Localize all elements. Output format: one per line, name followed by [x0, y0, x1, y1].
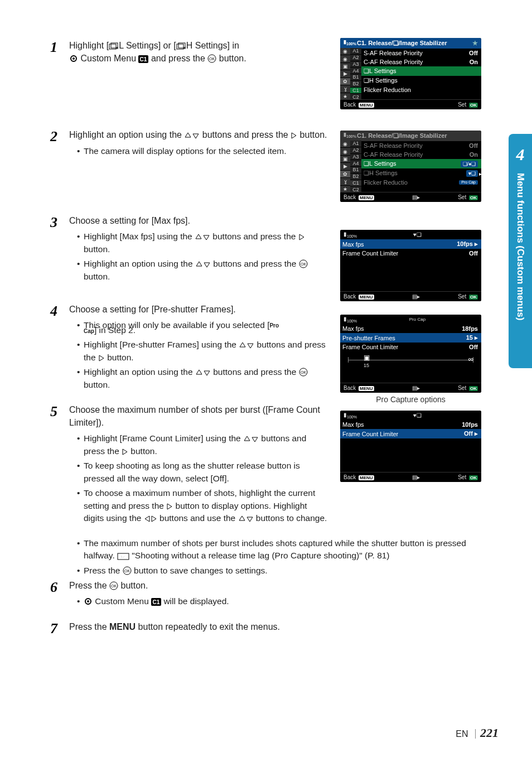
sequential-icon: ▣: [364, 354, 370, 361]
step-number: 3: [50, 214, 69, 285]
step-2-text: Highlight an option using the buttons an…: [69, 128, 329, 141]
sub-tab: C1: [350, 180, 361, 187]
menu-row: Flicker Reduction: [361, 85, 481, 94]
menu-screenshot-5: ▮100% ♥❏ Max fps10fps Frame Count Limite…: [340, 411, 481, 482]
step-4-text: Choose a setting for [Pre-shutter Frames…: [69, 303, 329, 316]
step-number: 1: [50, 39, 69, 68]
step-5-bullet-4: The maximum number of shots per burst in…: [77, 537, 499, 562]
right-icon: [298, 233, 305, 241]
step-5-bullet-2: To keep shooting as long as the shutter …: [77, 460, 329, 485]
sub-tab: A2: [350, 147, 361, 154]
video-tab-icon: ▣: [340, 63, 350, 70]
svg-text:OK: OK: [301, 370, 306, 374]
menu-row-selected: Pre-shutter Frames15 ▸: [340, 333, 481, 343]
step-3-bullet-1: Highlight [Max fps] using the buttons an…: [77, 230, 329, 255]
ok-button-icon: OK: [299, 368, 308, 377]
star-icon: ★: [472, 40, 478, 47]
svg-point-46: [87, 600, 89, 602]
step-4-bullet-3: Highlight an option using the buttons an…: [77, 366, 329, 391]
gear-icon: [84, 597, 93, 606]
playback-tab-icon: ▶: [340, 163, 350, 170]
menu-sub-tabs: A1 A2 A3 A4 B1 B2 C1 C2: [350, 141, 361, 193]
sequential-low-icon: [109, 42, 119, 50]
menu-footer: Back MENU ▤▸ Set OK: [340, 291, 481, 301]
svg-marker-20: [196, 262, 202, 266]
step-5-bullet-5: Press the OK button to save changes to s…: [77, 565, 499, 577]
ok-button-icon: OK: [207, 54, 216, 63]
ok-button-icon: OK: [109, 581, 118, 590]
svg-marker-31: [244, 436, 250, 441]
c1-tab-icon: C1: [151, 598, 161, 606]
menu-row: Max fps18fps: [340, 324, 481, 333]
up-down-icon: [195, 369, 211, 377]
menu-screenshot-2: ▮100% C1. Release/❏/Image Stabilizer ◉ ◉…: [340, 131, 481, 202]
camera1-tab-icon: ◉: [340, 48, 350, 55]
up-down-icon: [184, 132, 200, 139]
svg-marker-17: [196, 234, 201, 239]
svg-marker-37: [239, 516, 245, 520]
mode-icon: ♥❏: [413, 232, 422, 238]
menu-header: ▮100% ♥❏: [340, 411, 481, 420]
svg-text:OK: OK: [111, 584, 117, 588]
menu-header: ▮100% ♥❏: [340, 230, 481, 239]
card-icon: ▤▸: [412, 385, 420, 391]
step-2-bullet-1: The camera will display options for the …: [77, 145, 329, 157]
step-6-text: Press the OK button.: [69, 579, 499, 592]
menu-row: S-AF Release PriorityOff: [361, 141, 481, 150]
svg-marker-26: [99, 355, 104, 361]
gear-tab-icon: ✿: [340, 78, 350, 85]
step-number: 4: [50, 303, 69, 393]
ok-button-icon: OK: [123, 566, 132, 575]
sub-tab: B2: [350, 81, 361, 88]
menu-row: Max fps10fps: [340, 420, 481, 429]
menu-row: C-AF Release PriorityOn: [361, 150, 481, 159]
step-number: 5: [50, 403, 69, 527]
menu-row: Frame Count LimiterOff: [340, 343, 481, 351]
step-6-bullet-1: Custom Menu C1 will be displayed.: [77, 595, 499, 607]
svg-marker-24: [240, 343, 245, 347]
menu-screenshot-1: ▮100% C1. Release/❏/Image Stabilizer ★ ◉…: [340, 38, 481, 109]
setup-tab-icon: ɣ: [340, 85, 350, 93]
camera2-tab-icon: ◉: [340, 55, 350, 62]
menu-row-selected: ❏L Settings: [361, 66, 481, 76]
battery-icon: ▮100%: [344, 132, 356, 138]
menu-title: ▮100% C1. Release/❏/Image Stabilizer: [340, 131, 481, 141]
step-5-bullet-3: To choose a maximum number of shots, hig…: [77, 487, 329, 524]
sub-tab: A4: [350, 67, 361, 74]
sub-tab: A1: [350, 48, 361, 55]
battery-icon: ▮100%: [344, 231, 357, 238]
video-tab-icon: ▣: [340, 156, 350, 163]
footer-lang: EN: [456, 729, 468, 739]
svg-text:C1: C1: [140, 56, 147, 62]
step-1-text: Highlight [L Settings] or [H Settings] i…: [69, 39, 329, 65]
slider-value: 15: [364, 363, 369, 368]
menu-row-selected: Max fps10fps ▸: [340, 239, 481, 249]
battery-icon: ▮100%: [344, 316, 357, 323]
svg-point-9: [72, 57, 75, 60]
step-3-bullet-2: Highlight an option using the buttons an…: [77, 258, 329, 283]
sub-tab: C1: [350, 88, 361, 94]
page-footer: EN 221: [456, 726, 499, 740]
menu-sub-tabs: A1 A2 A3 A4 B1 B2 C1 C2: [350, 48, 361, 100]
svg-marker-33: [123, 449, 127, 455]
menu-row: C-AF Release PriorityOn: [361, 57, 481, 66]
up-down-icon: [243, 435, 259, 443]
step-7-text: Press the MENU button repeatedly to exit…: [69, 620, 499, 633]
svg-marker-15: [193, 134, 199, 138]
svg-rect-4: [177, 44, 183, 49]
svg-text:☞: ☞: [121, 554, 125, 560]
left-right-icon: [144, 515, 157, 523]
up-down-icon: [238, 515, 254, 523]
card-icon: ▤▸: [412, 293, 420, 300]
menu-row: ❏H Settings♥❏▸: [361, 168, 481, 178]
step-number: 7: [50, 620, 69, 637]
step-7: 7 Press the MENU button repeatedly to ex…: [50, 620, 499, 637]
svg-marker-21: [204, 263, 210, 267]
sub-tab: B2: [350, 173, 361, 180]
svg-marker-14: [185, 133, 191, 137]
page-number: 221: [480, 726, 499, 740]
menu-footer: Back MENU ▤▸ Set OK: [340, 472, 481, 482]
sub-tab: B1: [350, 167, 361, 173]
menu-screenshot-3: ▮100% ♥❏ Max fps10fps ▸ Frame Count Limi…: [340, 230, 481, 301]
camera1-tab-icon: ◉: [340, 141, 350, 148]
